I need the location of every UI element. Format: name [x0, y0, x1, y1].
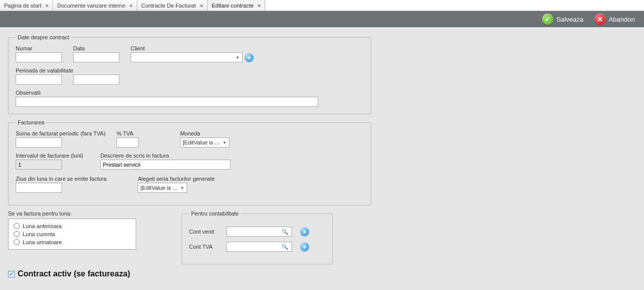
close-icon[interactable]: ×	[200, 3, 203, 9]
serie-combo[interactable]: [EditValue is … ▾	[138, 183, 187, 193]
observatii-input[interactable]	[16, 97, 318, 107]
label-perioada: Perioada de valabilitate	[16, 67, 120, 74]
cont-tva-lookup[interactable]: 🔍	[226, 242, 292, 252]
contract-activ-label: Contract activ (se factureaza)	[18, 269, 130, 278]
legend-contract: Date despre contract	[16, 34, 71, 40]
save-button[interactable]: ✓ Salveaza	[539, 12, 586, 26]
label-ziua: Ziua din luna in care se emite factura	[16, 176, 106, 182]
ziua-input[interactable]	[16, 183, 62, 193]
label-cont-venit: Cont venit	[189, 229, 220, 235]
tva-input[interactable]	[116, 137, 139, 148]
add-cont-tva-button[interactable]: +	[300, 242, 309, 251]
legend-contab: Pentru contabilitate	[189, 210, 241, 216]
tab-label: Editare contracte	[212, 3, 254, 9]
contract-activ-checkbox[interactable]: ✓ Contract activ (se factureaza)	[8, 269, 636, 278]
perioada-to-input[interactable]	[73, 75, 120, 85]
tab-contracte[interactable]: Contracte De Facturat ×	[137, 0, 208, 11]
suma-input[interactable]	[16, 137, 62, 148]
save-label: Salveaza	[556, 16, 583, 23]
legend-facturarea: Facturarea	[16, 119, 46, 125]
moneda-value: [EditValue is …	[183, 139, 220, 146]
label-numar: Numar	[16, 45, 62, 51]
radio-label: Luna curenta	[23, 231, 55, 237]
radio-luna-curenta[interactable]: Luna curenta	[14, 230, 131, 238]
tab-start[interactable]: Pagina de start ×	[0, 0, 53, 11]
radio-icon	[14, 239, 20, 245]
close-icon[interactable]: ×	[130, 3, 133, 9]
data-input[interactable]	[73, 52, 120, 62]
radio-group-luna: Luna anterioara Luna curenta Luna urmato…	[8, 219, 136, 250]
client-combo[interactable]: ▾	[131, 52, 243, 62]
section-factura-luna: Se va factura pentru luna: Luna anterioa…	[8, 210, 136, 250]
radio-label: Luna urmatoare	[23, 239, 62, 245]
numar-input[interactable]	[16, 52, 62, 62]
label-observatii: Observatii	[16, 90, 364, 96]
label-moneda: Moneda	[180, 130, 229, 136]
cancel-icon: ✕	[595, 14, 606, 25]
add-cont-venit-button[interactable]: +	[300, 227, 309, 236]
label-suma: Suma de facturat periodic (fara TVA)	[16, 130, 105, 136]
toolbar: ✓ Salveaza ✕ Abandon	[0, 11, 644, 27]
radio-icon	[14, 223, 20, 229]
serie-value: [EditValue is …	[140, 185, 178, 191]
label-cont-tva: Cont TVA	[189, 244, 220, 250]
label-tva: % TVA	[116, 130, 139, 136]
tab-editare[interactable]: Editare contracte ×	[208, 0, 266, 11]
search-icon[interactable]: 🔍	[279, 244, 290, 250]
tab-bar: Pagina de start × Documente vanzare inte…	[0, 0, 644, 11]
close-icon[interactable]: ×	[258, 3, 261, 9]
checkbox-icon: ✓	[8, 271, 15, 277]
radio-icon	[14, 231, 20, 237]
label-interval: Intervalul de facturare (luni)	[16, 153, 83, 159]
tab-label: Pagina de start	[4, 3, 41, 9]
chevron-down-icon[interactable]: ▾	[221, 140, 228, 145]
abandon-button[interactable]: ✕ Abandon	[592, 12, 638, 26]
tab-label: Contracte De Facturat	[141, 3, 196, 9]
check-icon: ✓	[542, 14, 553, 25]
label-data: Data	[73, 45, 120, 51]
tab-documente[interactable]: Documente vanzare interne ×	[53, 0, 137, 11]
label-client: Client	[131, 45, 254, 51]
fieldset-facturarea: Facturarea Suma de facturat periodic (fa…	[8, 119, 371, 205]
tab-label: Documente vanzare interne	[57, 3, 125, 9]
chevron-down-icon[interactable]: ▾	[179, 185, 186, 190]
fieldset-contab: Pentru contabilitate Cont venit 🔍 + Cont…	[182, 210, 333, 264]
interval-input[interactable]	[16, 160, 62, 170]
add-client-button[interactable]: +	[245, 53, 254, 62]
cont-venit-lookup[interactable]: 🔍	[226, 227, 292, 237]
search-icon[interactable]: 🔍	[279, 229, 290, 235]
perioada-from-input[interactable]	[16, 75, 62, 85]
fieldset-contract: Date despre contract Numar Data Client ▾…	[8, 34, 371, 114]
label-factura-luna: Se va factura pentru luna:	[8, 210, 136, 216]
chevron-down-icon[interactable]: ▾	[235, 55, 241, 60]
moneda-combo[interactable]: [EditValue is … ▾	[180, 137, 229, 148]
label-descriere: Descriere de scris in factura	[100, 153, 230, 159]
close-icon[interactable]: ×	[45, 3, 48, 9]
radio-luna-anterioara[interactable]: Luna anterioara	[14, 222, 131, 230]
radio-luna-urmatoare[interactable]: Luna urmatoare	[14, 238, 131, 246]
descriere-input[interactable]	[100, 160, 230, 170]
abandon-label: Abandon	[609, 16, 635, 23]
radio-label: Luna anterioara	[23, 223, 62, 229]
label-serie: Alegeti seria facturilor generate	[138, 176, 214, 182]
